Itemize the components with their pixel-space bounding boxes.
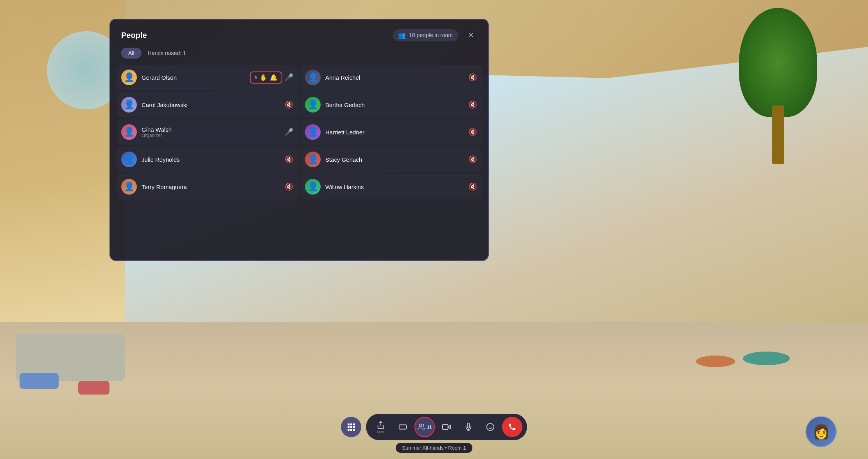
people-group-icon: 👥 bbox=[398, 32, 406, 39]
svg-rect-1 bbox=[350, 423, 352, 425]
svg-rect-10 bbox=[399, 425, 406, 429]
person-actions-gerard: 1 ✋ 🔔 🎤 bbox=[250, 71, 293, 84]
person-actions-julie: 🔇 bbox=[285, 155, 293, 164]
person-actions-bertha: 🔇 bbox=[468, 100, 477, 109]
svg-rect-3 bbox=[348, 426, 350, 428]
person-name-julie: Julie Reynolds bbox=[142, 156, 280, 163]
side-user-avatar: 👩 bbox=[805, 416, 837, 447]
svg-rect-2 bbox=[353, 423, 355, 425]
avatar-stacy: 👤 bbox=[305, 152, 321, 167]
people-count-badge: 👥 10 people in room bbox=[393, 29, 458, 41]
person-name-stacy: Stacy Gerlach bbox=[325, 156, 464, 163]
rooms-button[interactable] bbox=[393, 417, 413, 437]
panel-header-right: 👥 10 people in room ✕ bbox=[393, 29, 477, 41]
person-row-bertha[interactable]: 👤 Bertha Gerlach 🔇 bbox=[300, 92, 482, 117]
person-name-willow: Willow Harkins bbox=[325, 184, 464, 190]
person-role-gina: Organizer bbox=[142, 133, 280, 138]
bg-cushion-teal bbox=[743, 352, 790, 365]
avatar-terry: 👤 bbox=[121, 179, 137, 195]
avatar-willow: 👤 bbox=[305, 179, 321, 195]
person-row-julie[interactable]: 👤 Julie Reynolds 🔇 bbox=[117, 147, 298, 172]
tab-all[interactable]: All bbox=[121, 48, 142, 59]
avatar-gerard: 👤 bbox=[121, 70, 137, 85]
avatar-gina: 👤 bbox=[121, 124, 137, 140]
person-row-terry[interactable]: 👤 Terry Romaguera 🔇 bbox=[117, 174, 298, 199]
hand-count-gerard: 1 bbox=[255, 75, 257, 80]
person-info-anna: Anna Reichel bbox=[325, 74, 464, 81]
person-name-harriett: Harriett Ledner bbox=[325, 129, 464, 136]
person-row-anna[interactable]: 👤 Anna Reichel 🔇 bbox=[300, 65, 482, 90]
person-actions-gina: 🎤 bbox=[285, 128, 293, 136]
svg-rect-7 bbox=[350, 429, 352, 431]
bg-pillow-red bbox=[78, 381, 109, 395]
person-name-gina: Gina Walsh bbox=[142, 126, 280, 133]
react-button[interactable] bbox=[480, 417, 500, 437]
person-info-harriett: Harriett Ledner bbox=[325, 129, 464, 136]
bell-icon: 🔔 bbox=[270, 74, 278, 81]
person-info-gerard: Gerard Olson bbox=[142, 74, 245, 81]
svg-point-12 bbox=[419, 424, 422, 427]
toolbar: Share 11 bbox=[341, 414, 527, 440]
avatar-bertha: 👤 bbox=[305, 97, 321, 113]
person-actions-stacy: 🔇 bbox=[468, 155, 477, 164]
svg-rect-13 bbox=[443, 425, 448, 430]
mic-off-icon-julie: 🔇 bbox=[285, 155, 293, 164]
end-call-button[interactable] bbox=[502, 417, 522, 437]
people-button[interactable]: 11 bbox=[414, 417, 435, 437]
person-info-julie: Julie Reynolds bbox=[142, 156, 280, 163]
filter-tabs: All Hands raised: 1 bbox=[110, 48, 488, 65]
status-text: Summer All-hands • Room 1 bbox=[402, 445, 466, 451]
person-actions-harriett: 🔇 bbox=[468, 128, 477, 136]
mic-off-icon-harriett: 🔇 bbox=[468, 128, 477, 136]
person-name-gerard: Gerard Olson bbox=[142, 74, 245, 81]
mic-off-icon-willow: 🔇 bbox=[468, 182, 477, 191]
hand-emoji-icon: ✋ bbox=[260, 74, 267, 81]
mic-off-icon-carol: 🔇 bbox=[285, 100, 293, 109]
person-row-carol[interactable]: 👤 Carol Jakubowski 🔇 bbox=[117, 92, 298, 117]
bg-tree-trunk bbox=[772, 105, 784, 164]
bg-tree bbox=[735, 8, 821, 164]
svg-rect-8 bbox=[353, 429, 355, 431]
person-info-bertha: Bertha Gerlach bbox=[325, 102, 464, 108]
person-name-bertha: Bertha Gerlach bbox=[325, 102, 464, 108]
person-name-terry: Terry Romaguera bbox=[142, 184, 280, 190]
camera-button[interactable] bbox=[436, 417, 457, 437]
people-count-toolbar: 11 bbox=[427, 425, 432, 429]
svg-marker-11 bbox=[406, 425, 407, 428]
person-actions-anna: 🔇 bbox=[468, 73, 477, 82]
svg-rect-6 bbox=[348, 429, 350, 431]
person-row-gina[interactable]: 👤 Gina Walsh Organizer 🎤 bbox=[117, 120, 298, 145]
hand-raised-box-gerard: 1 ✋ 🔔 bbox=[250, 71, 282, 84]
tab-hands-raised[interactable]: Hands raised: 1 bbox=[146, 48, 188, 59]
person-info-gina: Gina Walsh Organizer bbox=[142, 126, 280, 138]
person-info-carol: Carol Jakubowski bbox=[142, 102, 280, 108]
apps-button[interactable] bbox=[341, 417, 361, 437]
person-row-stacy[interactable]: 👤 Stacy Gerlach 🔇 bbox=[300, 147, 482, 172]
mic-off-icon-bertha: 🔇 bbox=[468, 100, 477, 109]
person-row-willow[interactable]: 👤 Willow Harkins 🔇 bbox=[300, 174, 482, 199]
person-actions-willow: 🔇 bbox=[468, 182, 477, 191]
status-bar: Summer All-hands • Room 1 bbox=[396, 443, 472, 453]
close-button[interactable]: ✕ bbox=[464, 29, 477, 41]
avatar-julie: 👤 bbox=[121, 152, 137, 167]
person-info-terry: Terry Romaguera bbox=[142, 184, 280, 190]
person-actions-carol: 🔇 bbox=[285, 100, 293, 109]
bg-pillow-blue bbox=[20, 373, 59, 389]
people-list: 👤 Gerard Olson 1 ✋ 🔔 🎤 👤 Anna Reichel bbox=[110, 65, 488, 260]
mic-on-icon-gina: 🎤 bbox=[285, 128, 293, 136]
person-row-gerard[interactable]: 👤 Gerard Olson 1 ✋ 🔔 🎤 bbox=[117, 65, 298, 90]
avatar-anna: 👤 bbox=[305, 70, 321, 85]
avatar-harriett: 👤 bbox=[305, 124, 321, 140]
bg-tree-crown bbox=[739, 8, 817, 117]
mic-button[interactable] bbox=[458, 417, 479, 437]
people-count-text: 10 people in room bbox=[409, 32, 453, 38]
share-label: Share bbox=[377, 430, 385, 433]
bg-cushion-orange bbox=[696, 355, 735, 367]
svg-rect-4 bbox=[350, 426, 352, 428]
toolbar-main: Share 11 bbox=[366, 414, 527, 440]
person-row-harriett[interactable]: 👤 Harriett Ledner 🔇 bbox=[300, 120, 482, 145]
svg-point-16 bbox=[487, 423, 494, 430]
mic-on-icon-gerard: 🎤 bbox=[285, 73, 293, 82]
mic-off-icon-anna: 🔇 bbox=[468, 73, 477, 82]
share-button[interactable]: Share bbox=[371, 417, 391, 437]
